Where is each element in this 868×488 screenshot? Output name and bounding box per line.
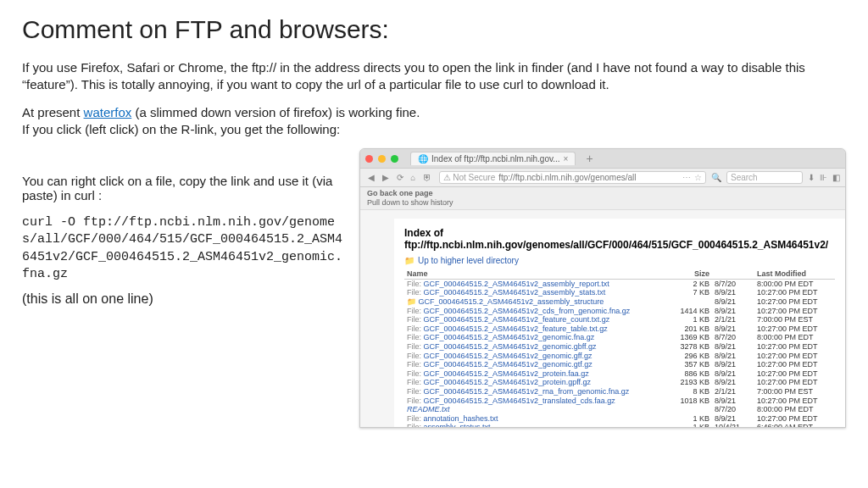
download-icon[interactable]: ⬇ xyxy=(808,173,815,182)
file-link[interactable]: GCF_000464515.2_ASM46451v2_feature_table… xyxy=(424,324,608,333)
minimize-icon[interactable] xyxy=(378,155,386,163)
table-row: File: GCF_000464515.2_ASM46451v2_feature… xyxy=(404,324,835,334)
home-button[interactable]: ⌂ xyxy=(408,173,418,182)
table-row: File: GCF_000464515.2_ASM46451v2_cds_fro… xyxy=(404,306,835,315)
table-row: File: GCF_000464515.2_ASM46451v2_rna_fro… xyxy=(404,387,835,396)
up-directory-link[interactable]: 📁 Up to higher level directory xyxy=(404,256,835,265)
folder-icon: 📁 xyxy=(407,297,416,306)
file-link[interactable]: GCF_000464515.2_ASM46451v2_rna_from_geno… xyxy=(424,387,630,396)
table-row: File: GCF_000464515.2_ASM46451v2_genomic… xyxy=(404,333,835,342)
search-icon: 🔍 xyxy=(711,173,721,182)
file-link[interactable]: GCF_000464515.2_ASM46451v2_protein.gpff.… xyxy=(424,378,591,386)
folder-up-icon: 📁 xyxy=(404,256,415,265)
page-title: Comment on FTP and browsers: xyxy=(22,15,846,44)
table-row: File: GCF_000464515.2_ASM46451v2_protein… xyxy=(404,378,835,387)
sidebar-icon[interactable]: ◧ xyxy=(832,173,840,182)
file-link[interactable]: GCF_000464515.2_ASM46451v2_feature_count… xyxy=(424,315,610,324)
rightclick-hint: You can right click on a file, copy the … xyxy=(22,174,344,202)
browser-window: 🌐 Index of ftp://ftp.ncbi.nlm.nih.gov...… xyxy=(359,148,846,428)
shield-icon: ⛨ xyxy=(420,173,434,182)
table-row: File: GCF_000464515.2_ASM46451v2_genomic… xyxy=(404,351,835,360)
file-link[interactable]: GCF_000464515.2_ASM46451v2_genomic.gbff.… xyxy=(424,342,597,351)
oneline-note: (this is all on one line) xyxy=(22,291,344,307)
waterfox-link[interactable]: waterfox xyxy=(84,105,132,119)
file-link[interactable]: GCF_000464515.2_ASM46451v2_cds_from_geno… xyxy=(424,307,631,315)
file-link[interactable]: annotation_hashes.txt xyxy=(424,414,498,423)
lock-open-icon: ⚠ xyxy=(443,173,451,182)
file-link[interactable]: GCF_000464515.2_ASM46451v2_assembly_repo… xyxy=(424,280,609,288)
close-icon[interactable] xyxy=(365,155,373,163)
file-link[interactable]: GCF_000464515.2_ASM46451v2_translated_cd… xyxy=(424,396,615,405)
intro-para-1: If you use Firefox, Safari or Chrome, th… xyxy=(22,59,846,94)
table-row: File: GCF_000464515.2_ASM46451v2_feature… xyxy=(404,315,835,324)
file-link[interactable]: GCF_000464515.2_ASM46451v2_protein.faa.g… xyxy=(424,369,589,378)
maximize-icon[interactable] xyxy=(391,155,398,163)
table-row: File: GCF_000464515.2_ASM46451v2_genomic… xyxy=(404,342,835,352)
dir-link[interactable]: GCF_000464515.2_ASM46451v2_assembly_stru… xyxy=(419,297,604,306)
table-row: File: annotation_hashes.txt1 KB8/9/2110:… xyxy=(404,414,835,424)
table-row: File: assembly_status.txt1 KB10/4/216:46… xyxy=(404,423,835,428)
search-input[interactable]: Search xyxy=(726,171,803,184)
file-link[interactable]: README.txt xyxy=(407,405,450,413)
table-row: File: GCF_000464515.2_ASM46451v2_assembl… xyxy=(404,279,835,288)
intro-para-2: At present waterfox (a slimmed down vers… xyxy=(22,104,846,139)
globe-icon: 🌐 xyxy=(418,154,428,164)
library-icon[interactable]: ⊪ xyxy=(820,173,827,182)
index-title: Index of ftp://ftp.ncbi.nlm.nih.gov/geno… xyxy=(404,227,835,251)
file-link[interactable]: GCF_000464515.2_ASM46451v2_genomic.gff.g… xyxy=(424,352,593,360)
curl-command: curl -O ftp://ftp.ncbi.nlm.nih.gov/genom… xyxy=(22,214,344,283)
table-row: 📁 GCF_000464515.2_ASM46451v2_assembly_st… xyxy=(404,297,835,307)
table-row: File: GCF_000464515.2_ASM46451v2_protein… xyxy=(404,369,835,379)
table-row: File: GCF_000464515.2_ASM46451v2_assembl… xyxy=(404,288,835,297)
new-tab-button[interactable]: + xyxy=(581,152,598,165)
file-link[interactable]: GCF_000464515.2_ASM46451v2_genomic.fna.g… xyxy=(424,333,595,341)
table-row: File: GCF_000464515.2_ASM46451v2_transla… xyxy=(404,396,835,405)
intro-para-3: If you click (left click) on the R-link,… xyxy=(22,122,340,136)
table-row: File: GCF_000464515.2_ASM46451v2_genomic… xyxy=(404,360,835,369)
address-bar[interactable]: ⚠Not Secure ftp://ftp.ncbi.nlm.nih.gov/g… xyxy=(439,171,706,184)
forward-button[interactable]: ▶ xyxy=(380,173,392,182)
back-button[interactable]: ◀ xyxy=(365,173,377,182)
table-row: README.txt8/7/208:00:00 PM EDT xyxy=(404,405,835,414)
reload-button[interactable]: ⟳ xyxy=(394,173,406,182)
file-link[interactable]: GCF_000464515.2_ASM46451v2_genomic.gtf.g… xyxy=(424,360,593,369)
file-link[interactable]: GCF_000464515.2_ASM46451v2_assembly_stat… xyxy=(424,288,606,297)
file-listing: Name Size Last Modified File: GCF_000464… xyxy=(404,269,835,428)
browser-tab[interactable]: 🌐 Index of ftp://ftp.ncbi.nlm.nih.gov...… xyxy=(410,152,576,165)
close-tab-icon[interactable]: × xyxy=(564,154,569,164)
file-link[interactable]: assembly_status.txt xyxy=(424,423,491,428)
